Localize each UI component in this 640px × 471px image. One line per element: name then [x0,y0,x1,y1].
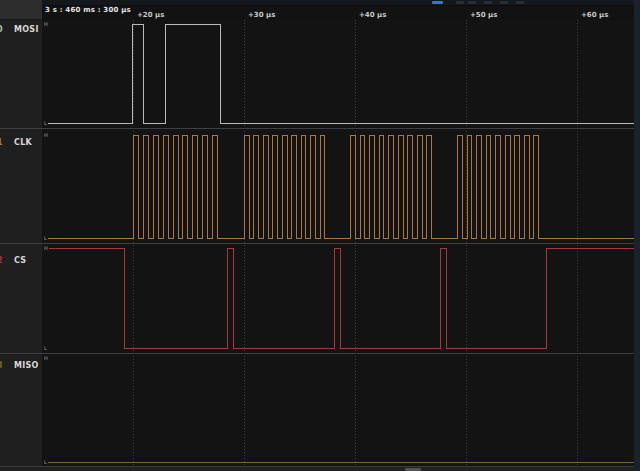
waveform-canvas[interactable] [0,0,640,471]
logic-analyzer-app: 3 s : 460 ms : 300 µs +20 µs +30 µs +40 … [0,0,640,471]
waveform-mosi [43,25,635,124]
low-level-marker: L [43,236,48,241]
right-scrollbar[interactable] [634,0,640,471]
low-level-marker: L [43,460,48,465]
high-level-marker: H [43,133,49,138]
low-level-marker: L [43,346,48,351]
waveform-cs [43,249,635,349]
high-level-marker: H [43,356,49,361]
low-level-marker: L [43,121,48,126]
waveform-clk [43,136,635,239]
high-level-marker: H [43,22,49,27]
high-level-marker: H [43,246,49,251]
horizontal-scrollbar[interactable] [0,466,634,471]
